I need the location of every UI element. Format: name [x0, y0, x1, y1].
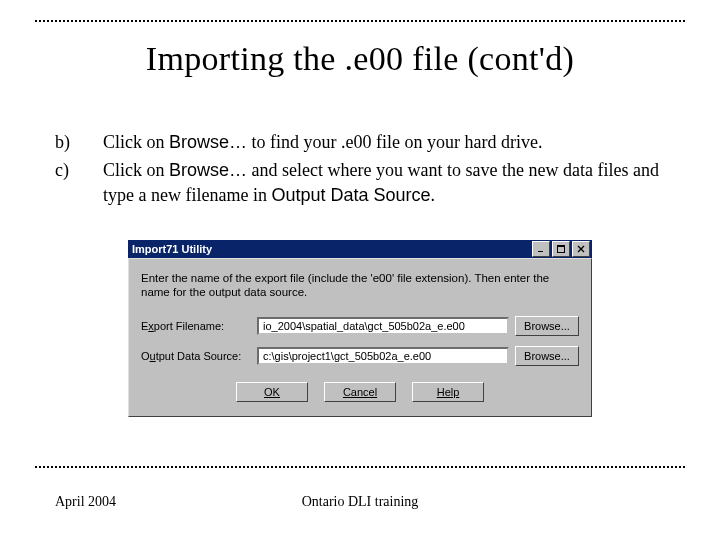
dialog-instruction: Enter the name of the export file (inclu… [141, 271, 579, 300]
top-rule [35, 20, 685, 22]
footer-center: Ontario DLI training [0, 494, 720, 510]
svg-rect-2 [557, 245, 565, 247]
step-c: c) Click on Browse… and select where you… [55, 158, 665, 207]
output-data-source-row: Output Data Source: Browse... [141, 346, 579, 366]
minimize-icon[interactable] [532, 241, 550, 257]
help-button[interactable]: Help [412, 382, 484, 402]
step-b: b) Click on Browse… to find your .e00 fi… [55, 130, 665, 154]
footer: April 2004 Ontario DLI training . [0, 494, 720, 510]
browse-keyword: Browse… [169, 160, 247, 180]
step-b-text: Click on Browse… to find your .e00 file … [103, 130, 665, 154]
export-filename-row: Export Filename: Browse... [141, 316, 579, 336]
browse-export-button[interactable]: Browse... [515, 316, 579, 336]
output-data-source-label: Output Data Source: [141, 350, 251, 362]
dialog-button-row: OK Cancel Help [141, 382, 579, 402]
export-filename-label: Export Filename: [141, 320, 251, 332]
export-filename-input[interactable] [257, 317, 509, 335]
browse-keyword: Browse… [169, 132, 247, 152]
bottom-rule [35, 466, 685, 468]
step-c-text: Click on Browse… and select where you wa… [103, 158, 665, 207]
dialog-caption: Import71 Utility [132, 243, 532, 255]
slide-title: Importing the .e00 file (cont'd) [0, 40, 720, 78]
slide: Importing the .e00 file (cont'd) b) Clic… [0, 0, 720, 540]
dialog-titlebar[interactable]: Import71 Utility [128, 240, 592, 258]
body-text: b) Click on Browse… to find your .e00 fi… [55, 130, 665, 211]
close-icon[interactable] [572, 241, 590, 257]
browse-output-button[interactable]: Browse... [515, 346, 579, 366]
ok-button[interactable]: OK [236, 382, 308, 402]
import71-dialog: Import71 Utility Enter the name of the e… [128, 240, 592, 417]
cancel-button[interactable]: Cancel [324, 382, 396, 402]
output-data-source-keyword: Output Data Source [271, 185, 430, 205]
step-c-letter: c) [55, 158, 103, 207]
svg-rect-0 [538, 251, 543, 252]
dialog-body: Enter the name of the export file (inclu… [128, 258, 592, 417]
output-data-source-input[interactable] [257, 347, 509, 365]
step-b-letter: b) [55, 130, 103, 154]
maximize-icon[interactable] [552, 241, 570, 257]
